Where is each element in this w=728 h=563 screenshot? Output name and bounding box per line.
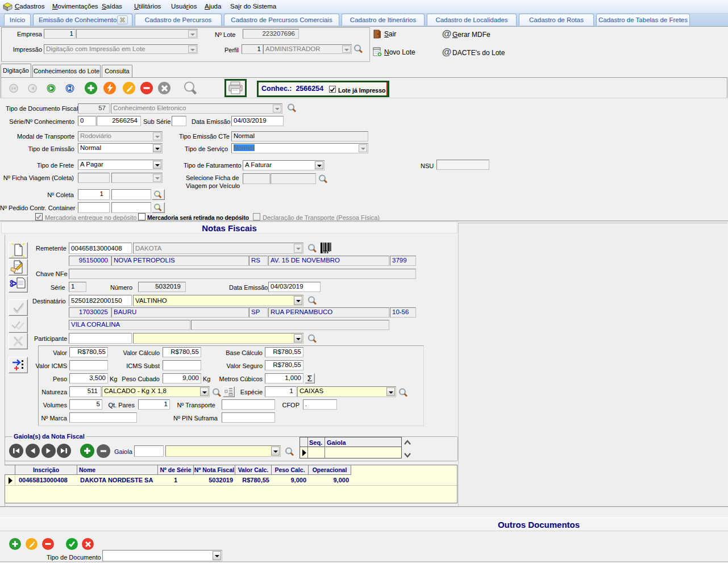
svg-text:@: @ (442, 29, 452, 39)
svg-text:@: @ (442, 47, 452, 57)
